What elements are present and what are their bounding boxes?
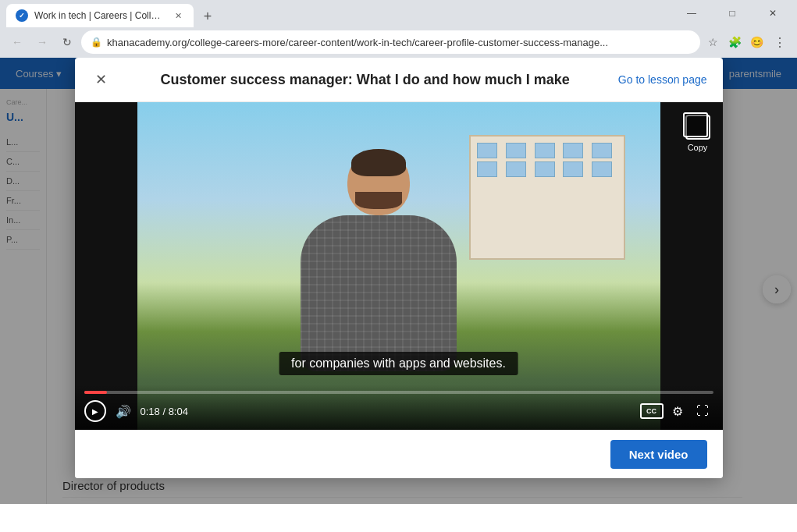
progress-bar[interactable] xyxy=(84,391,713,394)
address-bar: ← → ↻ 🔒 khanacademy.org/college-careers-… xyxy=(0,27,797,58)
title-bar: ✓ Work in tech | Careers | College... ✕ … xyxy=(0,0,797,27)
modal-title: Customer success manager: What I do and … xyxy=(144,72,587,88)
window-1 xyxy=(477,143,497,158)
window-2 xyxy=(506,143,526,158)
copy-button[interactable]: Copy xyxy=(685,115,710,152)
right-controls: CC ⚙ ⛶ xyxy=(640,400,713,422)
url-bar[interactable]: 🔒 khanacademy.org/college-careers-more/c… xyxy=(81,30,700,54)
copy-icon xyxy=(685,115,710,140)
browser-tab-active[interactable]: ✓ Work in tech | Careers | College... ✕ xyxy=(6,4,194,27)
video-building xyxy=(469,135,625,260)
controls-row: ▶ 🔊 0:18 / 8:04 CC ⚙ ⛶ xyxy=(84,400,713,422)
time-display: 0:18 / 8:04 xyxy=(141,406,634,417)
close-button[interactable]: ✕ xyxy=(755,0,791,27)
video-person xyxy=(277,149,480,383)
page-content: Courses ▾ Search 🔍 K Khan Academy Donate… xyxy=(0,58,797,504)
progress-fill xyxy=(84,391,108,394)
tab-favicon: ✓ xyxy=(16,9,28,22)
next-video-button[interactable]: Next video xyxy=(610,440,707,469)
fullscreen-button[interactable]: ⛶ xyxy=(692,400,713,422)
back-button[interactable]: ← xyxy=(6,31,28,53)
window-controls: — □ ✕ xyxy=(674,0,791,27)
lesson-link[interactable]: Go to lesson page xyxy=(618,73,707,86)
window-3 xyxy=(535,143,555,158)
tab-close-button[interactable]: ✕ xyxy=(172,9,184,22)
person-body xyxy=(301,215,457,371)
window-10 xyxy=(592,161,612,177)
building-windows xyxy=(471,137,624,183)
modal-overlay: ✕ Customer success manager: What I do an… xyxy=(0,58,797,504)
new-tab-button[interactable]: + xyxy=(197,5,219,27)
volume-button[interactable]: 🔊 xyxy=(112,400,134,422)
browser-menu-button[interactable]: ⋮ xyxy=(769,31,791,53)
maximize-button[interactable]: □ xyxy=(714,0,750,27)
tab-title-text: Work in tech | Careers | College... xyxy=(34,10,165,21)
window-4 xyxy=(563,143,583,158)
modal-footer: Next video xyxy=(75,430,723,478)
modal-header: ✕ Customer success manager: What I do an… xyxy=(75,58,723,102)
person-shirt-pattern xyxy=(301,215,457,371)
person-head xyxy=(347,149,410,215)
person-beard xyxy=(355,192,402,209)
browser-chrome: ✓ Work in tech | Careers | College... ✕ … xyxy=(0,0,797,58)
copy-label: Copy xyxy=(688,143,708,152)
forward-button[interactable]: → xyxy=(31,31,53,53)
window-6 xyxy=(477,161,497,177)
profile-button[interactable]: 😊 xyxy=(747,33,766,51)
secure-icon: 🔒 xyxy=(91,37,102,48)
window-7 xyxy=(506,161,526,177)
refresh-button[interactable]: ↻ xyxy=(56,31,78,53)
cc-button[interactable]: CC xyxy=(640,403,664,419)
url-text: khanacademy.org/college-careers-more/car… xyxy=(107,37,691,48)
settings-button[interactable]: ⚙ xyxy=(667,400,688,422)
person-hair xyxy=(351,149,406,176)
window-8 xyxy=(535,161,555,177)
minimize-button[interactable]: — xyxy=(674,0,710,27)
extensions-button[interactable]: 🧩 xyxy=(725,33,744,51)
window-9 xyxy=(563,161,583,177)
play-button[interactable]: ▶ xyxy=(84,400,106,422)
bookmark-button[interactable]: ☆ xyxy=(703,33,722,51)
video-subtitle: for companies with apps and websites. xyxy=(279,352,518,375)
video-curtain-left xyxy=(75,102,137,430)
modal-close-button[interactable]: ✕ xyxy=(91,69,112,90)
video-container[interactable]: Copy for companies with apps and website… xyxy=(75,102,723,430)
window-5 xyxy=(592,143,612,158)
video-controls: ▶ 🔊 0:18 / 8:04 CC ⚙ ⛶ xyxy=(75,385,723,430)
video-modal: ✕ Customer success manager: What I do an… xyxy=(75,58,723,478)
